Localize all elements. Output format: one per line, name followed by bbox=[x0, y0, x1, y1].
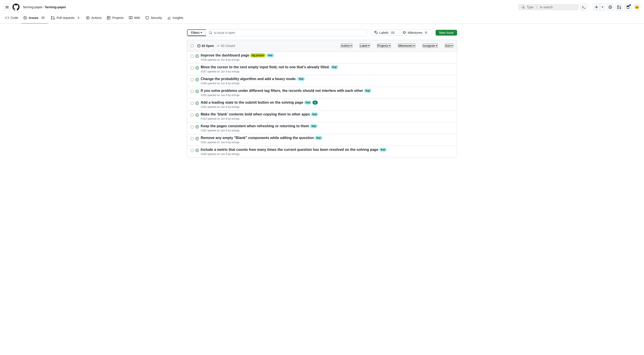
issue-title-link[interactable]: Improve the dashboard page bbox=[201, 53, 249, 57]
issues-nav-button[interactable] bbox=[607, 4, 614, 11]
owner-link[interactable]: farming-paper bbox=[23, 5, 42, 9]
issue-opened-text: opened on Jun 8 by bbox=[207, 129, 232, 132]
nav-projects[interactable]: Projects bbox=[105, 14, 125, 24]
issue-author-link[interactable]: echoja bbox=[232, 82, 239, 85]
nav-pulls[interactable]: Pull requests 1 bbox=[49, 14, 82, 24]
labels-button[interactable]: Labels 13 bbox=[371, 30, 399, 36]
nav-insights[interactable]: Insights bbox=[166, 14, 185, 24]
issue-open-icon bbox=[195, 101, 199, 109]
filters-label: Filters bbox=[191, 31, 200, 35]
open-issues-toggle[interactable]: 32 Open bbox=[197, 44, 214, 48]
breadcrumb: farming-paper / farming-paper bbox=[23, 5, 66, 9]
issue-open-icon bbox=[195, 53, 199, 61]
create-button[interactable] bbox=[593, 4, 600, 11]
issue-opened-text: opened on Jun 8 by bbox=[207, 70, 232, 73]
repo-link[interactable]: farming-paper bbox=[45, 5, 66, 9]
issue-row: Change the probability algorithm and add… bbox=[187, 75, 457, 87]
issue-checkbox[interactable] bbox=[191, 90, 194, 93]
issue-checkbox[interactable] bbox=[191, 102, 194, 105]
pulls-nav-button[interactable] bbox=[616, 4, 623, 11]
issue-opened-text: opened on Jun 8 by bbox=[207, 94, 232, 97]
issue-author-link[interactable]: echoja bbox=[232, 105, 239, 109]
issue-author-link[interactable]: echoja bbox=[232, 153, 239, 156]
breadcrumb-separator: / bbox=[43, 5, 44, 9]
issue-row: Make the 'blank' contents bold when copy… bbox=[187, 111, 457, 122]
open-count-label: 32 Open bbox=[202, 44, 214, 48]
caret-down-icon bbox=[368, 45, 370, 46]
filter-assignee[interactable]: Assignee bbox=[422, 44, 438, 48]
select-all-checkbox[interactable] bbox=[191, 44, 194, 47]
issue-title-link[interactable]: Move the cursor to the next empty input … bbox=[201, 65, 330, 69]
issue-title-link[interactable]: If you solve problems under different ta… bbox=[201, 89, 363, 93]
issues-search-input[interactable]: is:issue is:open bbox=[206, 29, 367, 36]
filter-milestones[interactable]: Milestones bbox=[398, 44, 415, 48]
new-issue-button[interactable]: New issue bbox=[436, 30, 457, 36]
issue-checkbox[interactable] bbox=[191, 149, 194, 152]
issue-title-link[interactable]: Keep the pages consistent when refreshin… bbox=[201, 124, 309, 128]
issue-opened-text: opened on Jun 8 by bbox=[207, 105, 232, 109]
milestone-icon bbox=[403, 31, 406, 35]
issue-checkbox[interactable] bbox=[191, 114, 194, 117]
issue-title-link[interactable]: Include a metric that counts how many ti… bbox=[201, 148, 378, 152]
issue-checkbox[interactable] bbox=[191, 137, 194, 140]
issue-label[interactable]: feat bbox=[331, 65, 338, 69]
filter-label[interactable]: Label bbox=[360, 44, 370, 48]
github-icon bbox=[12, 4, 20, 11]
github-logo[interactable] bbox=[12, 4, 20, 11]
issue-label[interactable]: feat bbox=[379, 148, 387, 152]
svg-point-23 bbox=[197, 103, 198, 104]
milestones-button[interactable]: Milestones 0 bbox=[399, 30, 432, 36]
issue-checkbox[interactable] bbox=[191, 67, 194, 69]
nav-actions[interactable]: Actions bbox=[84, 14, 103, 24]
issue-author-link[interactable]: echoja bbox=[232, 94, 239, 97]
issue-label[interactable]: big picture bbox=[250, 53, 266, 57]
nav-issues-counter: 32 bbox=[40, 16, 46, 19]
issue-checkbox[interactable] bbox=[191, 78, 194, 81]
create-dropdown-button[interactable] bbox=[600, 4, 605, 11]
issue-title-link[interactable]: Change the probability algorithm and add… bbox=[201, 77, 296, 81]
nav-code[interactable]: Code bbox=[4, 14, 20, 24]
issue-author-link[interactable]: echoja bbox=[232, 141, 239, 144]
issue-title-link[interactable]: Remove any empty "Blank" components whil… bbox=[201, 136, 314, 140]
issue-author-link[interactable]: echoja bbox=[232, 70, 239, 73]
issue-number: #154 bbox=[201, 105, 207, 109]
issue-label[interactable]: feat bbox=[311, 112, 318, 116]
issue-row: Move the cursor to the next empty input … bbox=[187, 63, 457, 75]
search-button[interactable]: Type / to search bbox=[518, 4, 578, 10]
svg-point-1 bbox=[610, 7, 611, 8]
issue-checkbox[interactable] bbox=[191, 55, 194, 58]
filters-button[interactable]: Filters bbox=[187, 29, 206, 36]
hamburger-button[interactable] bbox=[4, 4, 11, 11]
issue-label[interactable]: feat bbox=[364, 89, 372, 93]
issue-label[interactable]: feat bbox=[304, 101, 312, 105]
issue-title-link[interactable]: Add a loading state to the submit button… bbox=[201, 101, 303, 105]
search-icon bbox=[209, 31, 212, 35]
issue-checkbox[interactable] bbox=[191, 125, 194, 128]
filter-author[interactable]: Author bbox=[341, 44, 352, 48]
closed-issues-toggle[interactable]: 63 Closed bbox=[216, 44, 235, 48]
issue-title-link[interactable]: Make the 'blank' contents bold when copy… bbox=[201, 112, 310, 116]
issue-author-link[interactable]: echoja bbox=[232, 117, 239, 120]
issue-label[interactable]: feat bbox=[310, 124, 318, 128]
nav-issues[interactable]: Issues 32 bbox=[22, 14, 48, 24]
create-group bbox=[593, 4, 605, 11]
caret-down-icon bbox=[350, 45, 352, 46]
issue-number: #155 bbox=[201, 94, 207, 97]
nav-security[interactable]: Security bbox=[144, 14, 164, 24]
filter-projects[interactable]: Projects bbox=[377, 44, 391, 48]
issue-label[interactable]: ui bbox=[312, 101, 318, 105]
closed-count-label: 63 Closed bbox=[221, 44, 235, 48]
issue-label[interactable]: feat bbox=[297, 77, 305, 81]
issue-author-link[interactable]: echoja bbox=[232, 58, 239, 61]
plus-icon bbox=[595, 5, 598, 9]
filter-sort[interactable]: Sort bbox=[445, 44, 453, 48]
nav-wiki[interactable]: Wiki bbox=[127, 14, 142, 24]
issue-label[interactable]: feat bbox=[315, 136, 322, 140]
notifications-button[interactable] bbox=[624, 4, 632, 11]
issue-author-link[interactable]: echoja bbox=[232, 129, 239, 132]
user-avatar[interactable]: 🐱 bbox=[633, 4, 640, 11]
command-palette-button[interactable] bbox=[580, 4, 587, 11]
issue-opened-text: opened on Jun 8 by bbox=[207, 153, 232, 156]
issue-meta: #154 opened on Jun 8 by echoja bbox=[201, 105, 453, 109]
issue-label[interactable]: feat bbox=[266, 53, 274, 57]
